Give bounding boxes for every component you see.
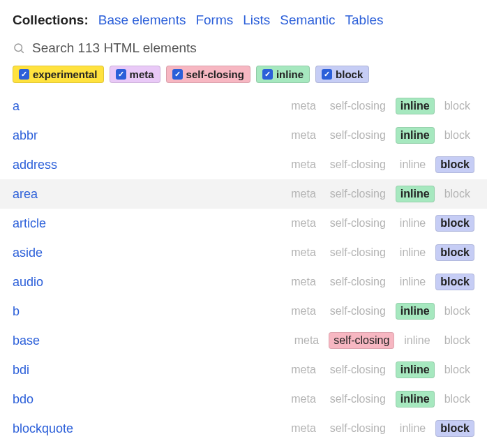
- tag-meta: meta: [287, 128, 320, 143]
- element-tags: metaself-closinginlineblock: [287, 186, 474, 202]
- element-tags: metaself-closinginlineblock: [287, 127, 474, 144]
- list-item[interactable]: addressmetaself-closinginlineblock: [0, 150, 487, 179]
- filter-label: experimental: [33, 68, 98, 80]
- element-tags: metaself-closinginlineblock: [287, 303, 474, 320]
- filters-row: ✓ experimental ✓ meta ✓ self-closing ✓ i…: [0, 63, 487, 91]
- filter-experimental[interactable]: ✓ experimental: [13, 66, 104, 83]
- search-row: [0, 35, 487, 63]
- list-item[interactable]: bdimetaself-closinginlineblock: [0, 355, 487, 384]
- element-tags: metaself-closinginlineblock: [287, 361, 474, 378]
- tag-selfclosing: self-closing: [326, 245, 390, 260]
- tag-inline: inline: [396, 303, 435, 320]
- svg-point-0: [15, 44, 22, 52]
- tag-meta: meta: [287, 98, 320, 114]
- filter-meta[interactable]: ✓ meta: [110, 66, 160, 83]
- element-link[interactable]: blockquote: [13, 421, 73, 436]
- tag-meta: meta: [287, 274, 320, 290]
- element-link[interactable]: bdo: [13, 392, 33, 407]
- tag-block: block: [440, 304, 474, 319]
- element-tags: metaself-closinginlineblock: [287, 274, 474, 290]
- element-link[interactable]: base: [13, 334, 40, 348]
- list-item[interactable]: blockquotemetaself-closinginlineblock: [0, 414, 487, 443]
- tag-block: block: [440, 186, 474, 202]
- tag-meta: meta: [287, 362, 320, 378]
- filter-label: block: [336, 68, 363, 80]
- tag-block: block: [435, 274, 474, 290]
- tag-block: block: [435, 156, 474, 173]
- filter-label: inline: [276, 68, 304, 80]
- list-item[interactable]: ametaself-closinginlineblock: [0, 91, 487, 121]
- list-item[interactable]: audiometaself-closinginlineblock: [0, 267, 487, 297]
- tag-selfclosing: self-closing: [326, 98, 390, 114]
- tag-selfclosing: self-closing: [326, 391, 390, 407]
- list-item[interactable]: bmetaself-closinginlineblock: [0, 297, 487, 326]
- tag-block: block: [435, 215, 474, 232]
- element-link[interactable]: audio: [13, 275, 43, 290]
- list-item[interactable]: bdometaself-closinginlineblock: [0, 384, 487, 414]
- element-tags: metaself-closinginlineblock: [287, 391, 474, 408]
- element-link[interactable]: abbr: [13, 128, 38, 143]
- tag-inline: inline: [396, 274, 430, 290]
- tag-inline: inline: [396, 216, 430, 231]
- checkbox-icon: ✓: [116, 69, 126, 80]
- tag-selfclosing: self-closing: [326, 362, 390, 378]
- tag-meta: meta: [287, 186, 320, 202]
- collections-label: Collections:: [13, 13, 89, 28]
- checkbox-icon: ✓: [262, 69, 273, 80]
- element-link[interactable]: area: [13, 187, 38, 202]
- list-item[interactable]: areametaself-closinginlineblock: [0, 179, 487, 209]
- element-link[interactable]: a: [13, 99, 20, 114]
- filter-inline[interactable]: ✓ inline: [256, 66, 310, 83]
- svg-line-1: [21, 50, 23, 52]
- list-item[interactable]: basemetaself-closinginlineblock: [0, 326, 487, 355]
- tag-meta: meta: [287, 245, 320, 260]
- element-link[interactable]: aside: [13, 246, 43, 260]
- tag-meta: meta: [287, 157, 320, 172]
- tag-selfclosing: self-closing: [326, 274, 390, 290]
- tag-selfclosing: self-closing: [326, 157, 390, 172]
- tag-selfclosing: self-closing: [326, 186, 390, 202]
- tag-meta: meta: [290, 333, 324, 348]
- search-input[interactable]: [32, 40, 474, 56]
- tag-inline: inline: [396, 421, 430, 436]
- element-tags: metaself-closinginlineblock: [287, 156, 474, 173]
- tag-inline: inline: [396, 98, 435, 114]
- collection-link-lists[interactable]: Lists: [243, 13, 270, 28]
- element-tags: metaself-closinginlineblock: [287, 98, 474, 114]
- list-item[interactable]: articlemetaself-closinginlineblock: [0, 209, 487, 238]
- element-tags: metaself-closinginlineblock: [290, 332, 474, 349]
- tag-inline: inline: [396, 157, 430, 172]
- checkbox-icon: ✓: [322, 69, 332, 80]
- element-tags: metaself-closinginlineblock: [287, 215, 474, 232]
- element-link[interactable]: article: [13, 216, 46, 231]
- collection-link-semantic[interactable]: Semantic: [280, 13, 335, 28]
- tag-inline: inline: [396, 391, 435, 408]
- list-item[interactable]: bodymetaself-closinginlineblock: [0, 443, 487, 448]
- tag-selfclosing: self-closing: [326, 128, 390, 143]
- tag-meta: meta: [287, 216, 320, 231]
- collection-link-tables[interactable]: Tables: [345, 13, 384, 28]
- collections-header: Collections: Base elements Forms Lists S…: [0, 0, 487, 35]
- tag-selfclosing: self-closing: [326, 216, 390, 231]
- element-link[interactable]: bdi: [13, 363, 29, 378]
- tag-selfclosing: self-closing: [326, 421, 390, 436]
- search-icon: [13, 42, 25, 54]
- list-item[interactable]: abbrmetaself-closinginlineblock: [0, 121, 487, 150]
- tag-block: block: [440, 391, 474, 407]
- tag-block: block: [440, 362, 474, 378]
- collection-link-forms[interactable]: Forms: [195, 13, 233, 28]
- element-link[interactable]: b: [13, 304, 20, 319]
- tag-block: block: [435, 244, 474, 261]
- element-tags: metaself-closinginlineblock: [287, 420, 474, 437]
- filter-block[interactable]: ✓ block: [315, 66, 369, 83]
- element-link[interactable]: address: [13, 158, 57, 172]
- tag-meta: meta: [287, 304, 320, 319]
- list-item[interactable]: asidemetaself-closinginlineblock: [0, 238, 487, 267]
- element-tags: metaself-closinginlineblock: [287, 244, 474, 261]
- checkbox-icon: ✓: [172, 69, 183, 80]
- collection-link-base-elements[interactable]: Base elements: [98, 13, 186, 28]
- filter-self-closing[interactable]: ✓ self-closing: [166, 66, 250, 83]
- tag-inline: inline: [396, 361, 435, 378]
- tag-block: block: [440, 333, 474, 348]
- tag-meta: meta: [287, 421, 320, 436]
